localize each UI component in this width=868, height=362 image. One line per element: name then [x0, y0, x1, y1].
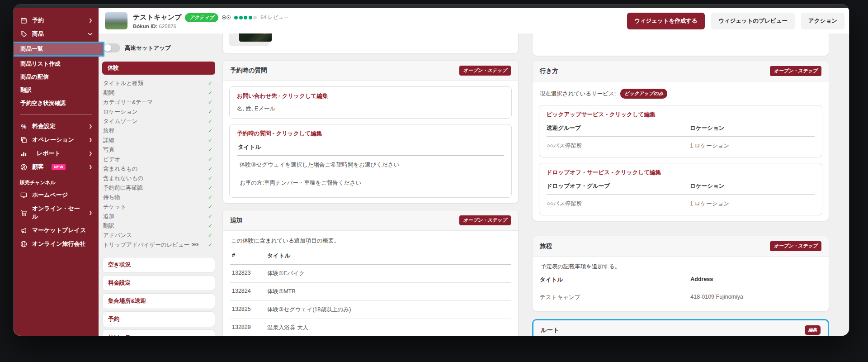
contact-edit-link[interactable]: お問い合わせ先 - クリックして編集: [237, 92, 504, 100]
page-title: テストキャンプ: [133, 13, 181, 22]
table-row[interactable]: 132825体験③セグウェイ(18歳以上のみ): [230, 301, 511, 319]
dropoff-service-box[interactable]: ドロップオフ・サービス - クリックして編集 ドロップオフ・グループ ロケーショ…: [539, 163, 822, 215]
questions-edit-box[interactable]: 予約時の質問 - クリックして編集 タイトル 体験③セグウェイを選択した場合ご希…: [229, 124, 512, 198]
new-badge: NEW: [52, 164, 66, 170]
questions-edit-link[interactable]: 予約時の質問 - クリックして編集: [237, 130, 504, 138]
actions-button[interactable]: アクション: [801, 13, 844, 29]
pnav-item-itinerary[interactable]: 旅程✓: [102, 126, 215, 135]
check-icon: ✓: [208, 146, 212, 153]
product-thumbnail: [105, 12, 127, 29]
contact-edit-box[interactable]: お問い合わせ先 - クリックして編集 名, 姓, Eメール: [229, 86, 512, 119]
booking-questions-card: 予約時の質問 オープン・ステップ お問い合わせ先 - クリックして編集 名, 姓…: [222, 60, 519, 204]
check-icon: ✓: [208, 165, 212, 172]
pnav-item-advanced[interactable]: アドバンス✓: [102, 230, 215, 240]
open-step-badge[interactable]: オープン・ステップ: [770, 66, 821, 76]
sidebar-item-customers[interactable]: 顧客 NEW ❯: [14, 160, 99, 174]
card-title: 追加: [230, 216, 242, 224]
pnav-button-pricing[interactable]: 料金設定: [102, 275, 215, 291]
pickup-only-badge: ピックアップのみ: [620, 89, 667, 99]
card-title: 予約時の質問: [230, 67, 267, 75]
sidebar-item-ota[interactable]: オンライン旅行会社: [14, 237, 99, 251]
extras-card: 追加 オープン・ステップ この体験に含まれている追加項目の概要。 # タイトル: [222, 210, 519, 336]
pnav-item-what-to-bring[interactable]: 持ち物✓: [102, 192, 215, 202]
tab-experience[interactable]: 体験: [102, 62, 215, 75]
sidebar-item-translations[interactable]: 翻訳: [14, 84, 99, 97]
sidebar-item-online-sales[interactable]: オンライン・セール ❯: [14, 202, 99, 224]
dropoff-edit-link[interactable]: ドロップオフ・サービス - クリックして編集: [547, 169, 815, 176]
pnav-button-booking[interactable]: 予約: [102, 311, 215, 327]
check-icon: ✓: [208, 175, 212, 182]
sidebar-item-product-distribution[interactable]: 商品の配信: [14, 71, 99, 84]
open-step-badge[interactable]: オープン・ステップ: [770, 241, 821, 251]
check-icon: ✓: [208, 203, 212, 210]
check-icon: ✓: [208, 108, 212, 115]
pnav-item-details[interactable]: 詳細✓: [102, 135, 215, 145]
bokun-id-line: Bókun ID: 625876: [133, 24, 289, 29]
pnav-item-tickets[interactable]: チケット✓: [102, 202, 215, 211]
extras-description: この体験に含まれている追加項目の概要。: [230, 236, 511, 249]
pnav-item-duration[interactable]: 期間✓: [102, 88, 215, 97]
sidebar-item-marketplace[interactable]: マーケットプレイス: [14, 224, 99, 237]
open-step-badge[interactable]: オープン・ステップ: [459, 66, 511, 76]
right-column: 行き方 オープン・ステップ 現在選択されているサービス: ピックアップのみ ピッ…: [532, 33, 829, 336]
preview-widget-button[interactable]: ウィジェットのプレビュー: [711, 13, 795, 29]
pnav-button-meeting-pickup[interactable]: 集合場所&送迎: [102, 293, 215, 309]
check-icon: ✓: [208, 137, 212, 144]
table-row[interactable]: テストキャンプ 418-0109 Fujinomiya: [540, 288, 821, 306]
column-header: ドロップオフ・グループ: [547, 182, 690, 190]
sidebar-item-pricing[interactable]: % 料金設定 ❯: [14, 119, 99, 133]
chevron-right-icon: ❯: [89, 151, 92, 156]
chevron-down-icon: ❯: [88, 32, 93, 36]
pnav-item-category-theme[interactable]: カテゴリー&テーマ✓: [102, 97, 215, 107]
cart-icon: [20, 209, 28, 216]
edit-badge[interactable]: 編集: [805, 325, 821, 335]
quick-setup-label: 高速セットアップ: [125, 44, 171, 52]
pnav-item-title-type[interactable]: タイトルと種類✓: [102, 78, 215, 88]
pnav-item-timezone[interactable]: タイムゾーン✓: [102, 116, 215, 126]
contact-fields: 名, 姓, Eメール: [237, 105, 504, 113]
pnav-item-not-included[interactable]: 含まれないもの✓: [102, 173, 215, 183]
sidebar-item-reservations[interactable]: 予約 ❯: [14, 14, 99, 27]
sidebar-item-operations[interactable]: オペレーション ❯: [14, 133, 99, 147]
pnav-item-tripadvisor-reviews[interactable]: トリップアドバイザーのレビュー ✓: [102, 240, 215, 249]
pnav-button-resources[interactable]: リソース: [102, 329, 215, 336]
column-header: 送迎グループ: [547, 124, 690, 132]
quick-setup-toggle[interactable]: [103, 43, 120, 52]
sidebar-item-label: 予約: [32, 16, 44, 24]
sidebar-item-label: 顧客: [32, 163, 44, 171]
sidebar-item-homepage[interactable]: ホームページ: [14, 188, 99, 202]
status-badge: アクティブ: [185, 13, 218, 22]
check-icon: ✓: [208, 184, 212, 191]
pnav-item-translations[interactable]: 翻訳✓: [102, 221, 215, 230]
sidebar-item-availability-check[interactable]: 予約空き状況確認: [14, 97, 99, 110]
create-widget-button[interactable]: ウィジェットを作成する: [627, 13, 705, 29]
sidebar-item-products[interactable]: 商品 ❯: [14, 27, 99, 41]
table-row[interactable]: 132824体験②MTB: [230, 283, 511, 301]
open-step-badge[interactable]: オープン・ステップ: [459, 215, 511, 225]
sidebar-item-product-list[interactable]: 商品一覧: [14, 42, 104, 57]
sidebar-item-create-product-list[interactable]: 商品リスト作成: [14, 57, 99, 71]
pickup-service-box[interactable]: ピックアップサービス - クリックして編集 送迎グループ ロケーション ○○バス…: [539, 105, 822, 157]
pnav-item-video[interactable]: ビデオ✓: [102, 154, 215, 164]
tag-icon: [20, 30, 28, 38]
check-icon: ✓: [208, 89, 212, 96]
sidebar-item-label: レポート: [37, 149, 61, 157]
middle-column: 予約時の質問 オープン・ステップ お問い合わせ先 - クリックして編集 名, 姓…: [222, 33, 519, 336]
itinerary-card: 旅程 オープン・ステップ 予定表の記載事項を追加する。 タイトル Address…: [532, 236, 829, 312]
photo-thumbnail[interactable]: [239, 33, 272, 42]
pnav-button-availability[interactable]: 空き状況: [102, 257, 215, 273]
person-icon: [20, 163, 28, 171]
table-row[interactable]: 132829温泉入浴券 大人: [230, 319, 511, 336]
pnav-item-extras[interactable]: 追加✓: [102, 211, 215, 221]
pnav-item-included[interactable]: 含まれるもの✓: [102, 164, 215, 173]
chevron-right-icon: ❯: [89, 138, 92, 142]
pickup-edit-link[interactable]: ピックアップサービス - クリックして編集: [547, 111, 815, 119]
questions-column-header: タイトル: [237, 143, 504, 155]
pnav-item-reconfirm[interactable]: 予約前に再確認✓: [102, 183, 215, 192]
pnav-item-photos[interactable]: 写真✓: [102, 145, 215, 154]
sidebar-item-reports[interactable]: レポート ❯: [14, 147, 99, 160]
globe-icon: [20, 240, 28, 248]
pnav-item-location[interactable]: ロケーション✓: [102, 107, 215, 116]
table-row[interactable]: 132823体験①Eバイク: [230, 265, 511, 283]
product-header: テストキャンプ アクティブ 64 レビュー Bókun ID: 625876 ウ…: [99, 8, 849, 33]
